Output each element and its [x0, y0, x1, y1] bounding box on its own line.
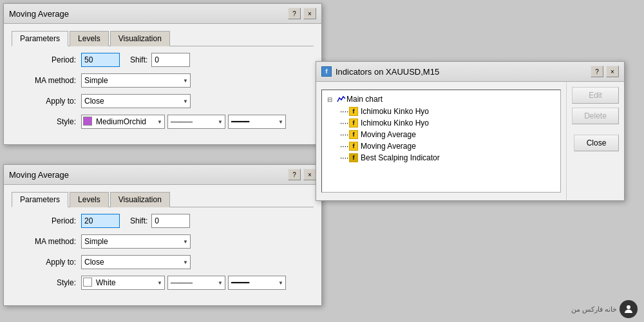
ma2-applyto-row: Apply to: Close Open — [18, 255, 307, 269]
ma2-titlebar[interactable]: Moving Average ? × — [4, 165, 321, 185]
ma2-method-select[interactable]: Simple Exponential — [81, 234, 191, 249]
ma2-applyto-select[interactable]: Close Open — [81, 255, 191, 269]
ma1-help-button[interactable]: ? — [288, 8, 301, 19]
tree-dot-4: ····· — [340, 153, 349, 162]
ma1-method-row: MA method: Simple Exponential Smoothed L… — [18, 73, 307, 88]
indicators-left: ⊟ Main chart ····· f Ichimoku Kinko Hyo — [316, 82, 566, 200]
ma2-applyto-label: Apply to: — [18, 258, 76, 267]
tree-root-label: Main chart — [346, 95, 383, 104]
svg-point-0 — [627, 305, 630, 309]
bottom-logo: خانه فارکس من — [571, 300, 638, 318]
ma1-method-wrapper: Simple Exponential Smoothed Linear Weigh… — [81, 73, 191, 88]
ma2-body: Parameters Levels Visualization Period: … — [4, 185, 321, 305]
ma1-method-label: MA method: — [18, 76, 76, 85]
tree-dot-0: ····· — [340, 107, 349, 116]
ma2-controls: ? × — [288, 169, 316, 180]
ma2-style-row: Style: White ──── - - - — [18, 276, 307, 290]
ma-dialog-1: Moving Average ? × Parameters Levels Vis… — [3, 3, 322, 145]
indicators-main: ⊟ Main chart ····· f Ichimoku Kinko Hyo — [316, 82, 624, 200]
tree-label-0: Ichimoku Kinko Hyo — [361, 107, 429, 116]
ma1-tab-content: Period: Shift: MA method: Simple Exponen… — [12, 46, 314, 142]
ma2-tab-content: Period: Shift: MA method: Simple Exponen… — [12, 207, 314, 303]
indicators-title-icon: f — [321, 66, 332, 77]
tree-item-2[interactable]: ····· f Moving Average — [337, 129, 558, 140]
ma2-tab-levels[interactable]: Levels — [70, 192, 109, 207]
close-button[interactable]: Close — [574, 135, 619, 151]
ma2-help-button[interactable]: ? — [288, 169, 301, 180]
action-buttons: Edit Delete — [567, 82, 624, 129]
tree-root[interactable]: ⊟ Main chart — [325, 93, 558, 106]
ma1-applyto-wrapper: Close Open High Low — [81, 94, 191, 108]
indicators-title: Indicators on XAUUSD,M15 — [336, 67, 439, 77]
ma2-close-button[interactable]: × — [303, 169, 316, 180]
tree-f-icon-1: f — [349, 118, 358, 128]
ma2-shift-input[interactable] — [151, 214, 190, 228]
ma2-linewidth-select[interactable]: ━━━━ ═══ — [228, 276, 286, 290]
logo-text: خانه فارکس من — [571, 305, 617, 314]
ma2-period-input[interactable] — [81, 214, 120, 228]
ma2-color-select[interactable]: White — [81, 276, 165, 290]
ma-dialog-2: Moving Average ? × Parameters Levels Vis… — [3, 164, 322, 306]
ma1-tab-levels[interactable]: Levels — [70, 31, 109, 46]
ma2-linestyle-select[interactable]: ──── - - - — [167, 276, 225, 290]
indicators-content: ⊟ Main chart ····· f Ichimoku Kinko Hyo — [316, 82, 566, 200]
ma1-applyto-select[interactable]: Close Open High Low — [81, 94, 191, 108]
ma1-linestyle-wrapper: ──── - - - — [167, 115, 225, 129]
edit-button[interactable]: Edit — [572, 87, 619, 104]
ma1-titlebar[interactable]: Moving Average ? × — [4, 4, 321, 24]
tree-item-1[interactable]: ····· f Ichimoku Kinko Hyo — [337, 117, 558, 129]
indicators-tree[interactable]: ⊟ Main chart ····· f Ichimoku Kinko Hyo — [321, 90, 561, 193]
bottom-buttons: Close — [567, 129, 624, 156]
ma1-period-row: Period: Shift: — [18, 53, 307, 67]
tree-item-3[interactable]: ····· f Moving Average — [337, 140, 558, 152]
ma1-tab-parameters[interactable]: Parameters — [12, 31, 68, 46]
ma2-period-row: Period: Shift: — [18, 214, 307, 228]
indicators-help-button[interactable]: ? — [591, 66, 603, 77]
tree-label-2: Moving Average — [361, 130, 416, 139]
ma2-tab-visualization[interactable]: Visualization — [110, 192, 170, 207]
delete-button[interactable]: Delete — [572, 108, 619, 124]
ma2-method-row: MA method: Simple Exponential — [18, 234, 307, 249]
logo-icon — [620, 300, 638, 318]
ma1-close-button[interactable]: × — [303, 8, 316, 19]
ma1-applyto-row: Apply to: Close Open High Low — [18, 94, 307, 108]
indicators-close-button[interactable]: × — [606, 66, 619, 77]
ma1-period-input[interactable] — [81, 53, 120, 67]
ma1-shift-input[interactable] — [151, 53, 190, 67]
tree-item-4[interactable]: ····· f Best Scalping Indicator — [337, 152, 558, 164]
ma1-style-row: Style: MediumOrchid ──── - - - — [18, 115, 307, 129]
tree-f-icon-4: f — [349, 153, 358, 162]
ma2-tab-bar: Parameters Levels Visualization — [6, 187, 319, 207]
ma2-linestyle-wrapper: ──── - - - — [167, 276, 225, 290]
ma2-method-wrapper: Simple Exponential — [81, 234, 191, 249]
indicators-dialog: f Indicators on XAUUSD,M15 ? × ⊟ — [316, 61, 625, 201]
tree-f-icon-3: f — [349, 142, 358, 151]
ma2-title: Moving Average — [9, 170, 69, 180]
ma1-period-label: Period: — [18, 55, 76, 64]
ma1-shift-label: Shift: — [130, 55, 147, 64]
tree-dot-2: ····· — [340, 130, 349, 139]
tree-item-0[interactable]: ····· f Ichimoku Kinko Hyo — [337, 106, 558, 117]
ma2-color-wrapper: White — [81, 276, 165, 290]
ma1-tab-visualization[interactable]: Visualization — [110, 31, 170, 46]
ma1-linewidth-select[interactable]: ━━━━ ═══ — [228, 115, 286, 129]
tree-label-1: Ichimoku Kinko Hyo — [361, 118, 429, 128]
tree-f-icon-0: f — [349, 107, 358, 116]
indicators-right: Edit Delete Close — [566, 82, 624, 200]
tree-label-4: Best Scalping Indicator — [361, 153, 440, 162]
ma2-tab-parameters[interactable]: Parameters — [12, 192, 68, 207]
indicators-controls: ? × — [591, 66, 619, 77]
ma2-applyto-wrapper: Close Open — [81, 255, 191, 269]
tree-dot-3: ····· — [340, 142, 349, 151]
tree-f-icon-2: f — [349, 130, 358, 139]
ma1-method-select[interactable]: Simple Exponential Smoothed Linear Weigh… — [81, 73, 191, 88]
tree-label-3: Moving Average — [361, 142, 416, 151]
ma2-method-label: MA method: — [18, 237, 76, 246]
tree-mv-icon — [336, 94, 346, 104]
ma1-linewidth-wrapper: ━━━━ ═══ — [228, 115, 286, 129]
ma1-linestyle-select[interactable]: ──── - - - — [167, 115, 225, 129]
ma1-color-select[interactable]: MediumOrchid — [81, 115, 165, 129]
ma1-tab-bar: Parameters Levels Visualization — [6, 26, 319, 46]
indicators-titlebar[interactable]: f Indicators on XAUUSD,M15 ? × — [316, 62, 624, 82]
ma1-applyto-label: Apply to: — [18, 97, 76, 106]
